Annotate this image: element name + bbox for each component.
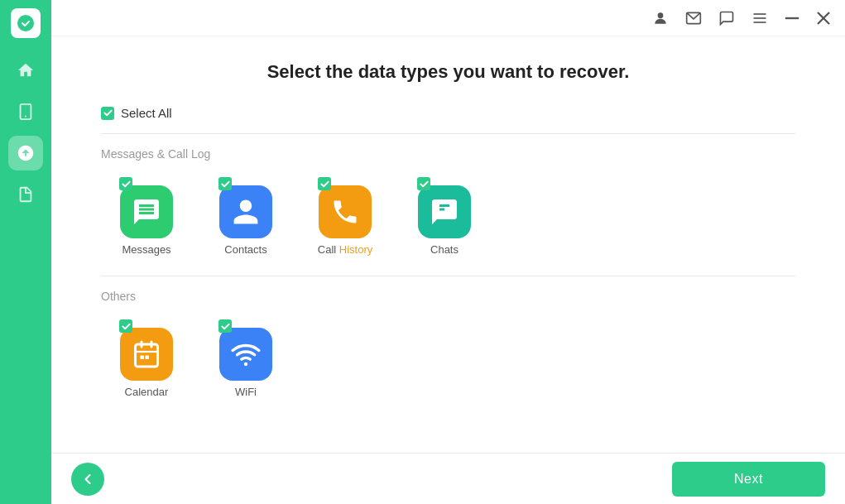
wifi-icon	[219, 328, 272, 381]
data-item-calendar[interactable]: Calendar	[101, 319, 192, 398]
main-content: Select the data types you want to recove…	[51, 0, 845, 504]
checkbox-chats[interactable]	[417, 177, 430, 190]
data-item-callhistory[interactable]: Call History	[300, 177, 391, 256]
messages-icon	[120, 185, 173, 238]
titlebar	[51, 0, 845, 36]
calendar-icon	[120, 328, 173, 381]
back-button[interactable]	[71, 463, 104, 496]
data-item-chats[interactable]: Chats	[399, 177, 490, 256]
select-all-checkbox[interactable]	[101, 107, 114, 120]
select-all-label: Select All	[121, 106, 172, 120]
chats-icon	[418, 185, 471, 238]
data-grid-others: Calendar WiFi	[101, 319, 795, 398]
checkbox-messages[interactable]	[119, 177, 132, 190]
svg-point-17	[244, 362, 248, 367]
checkbox-callhistory[interactable]	[318, 177, 331, 190]
divider-mid	[101, 276, 795, 276]
select-all-row[interactable]: Select All	[101, 106, 795, 120]
sidebar-item-home[interactable]	[8, 53, 43, 88]
menu-icon[interactable]	[747, 6, 772, 31]
section-title-others: Others	[101, 290, 795, 303]
svg-rect-15	[141, 356, 145, 360]
svg-point-0	[17, 15, 34, 31]
mail-icon[interactable]	[681, 6, 706, 31]
calendar-label: Calendar	[125, 386, 169, 398]
avatar-icon[interactable]	[648, 6, 673, 31]
checkbox-calendar[interactable]	[119, 319, 132, 333]
svg-rect-1	[21, 104, 31, 119]
sidebar-item-device[interactable]	[8, 94, 43, 129]
svg-rect-16	[146, 356, 150, 360]
app-logo	[11, 8, 41, 38]
chat-icon[interactable]	[714, 6, 739, 31]
page-title: Select the data types you want to recove…	[101, 61, 795, 83]
callhistory-label: Call History	[318, 243, 372, 256]
sidebar-item-files[interactable]	[8, 177, 43, 212]
chats-label: Chats	[430, 243, 459, 256]
sidebar	[0, 0, 51, 504]
wifi-label: WiFi	[235, 386, 257, 398]
checkbox-contacts[interactable]	[218, 177, 232, 190]
data-item-messages[interactable]: Messages	[101, 177, 192, 256]
section-title-messages: Messages & Call Log	[101, 147, 795, 161]
data-grid-messages: Messages Contacts	[101, 177, 795, 256]
bottom-bar: Next	[51, 453, 845, 504]
messages-label: Messages	[122, 243, 170, 256]
next-button[interactable]: Next	[672, 462, 825, 497]
close-button[interactable]	[812, 7, 835, 30]
contacts-icon	[219, 185, 272, 238]
minimize-button[interactable]	[780, 7, 804, 30]
sidebar-item-backup[interactable]	[8, 136, 43, 170]
divider-top	[101, 133, 795, 134]
checkbox-wifi[interactable]	[218, 319, 232, 333]
callhistory-icon	[319, 185, 372, 238]
data-item-contacts[interactable]: Contacts	[200, 177, 291, 256]
contacts-label: Contacts	[224, 243, 266, 256]
data-item-wifi[interactable]: WiFi	[200, 319, 291, 398]
content-area: Select the data types you want to recove…	[51, 36, 845, 453]
svg-point-3	[658, 12, 664, 18]
